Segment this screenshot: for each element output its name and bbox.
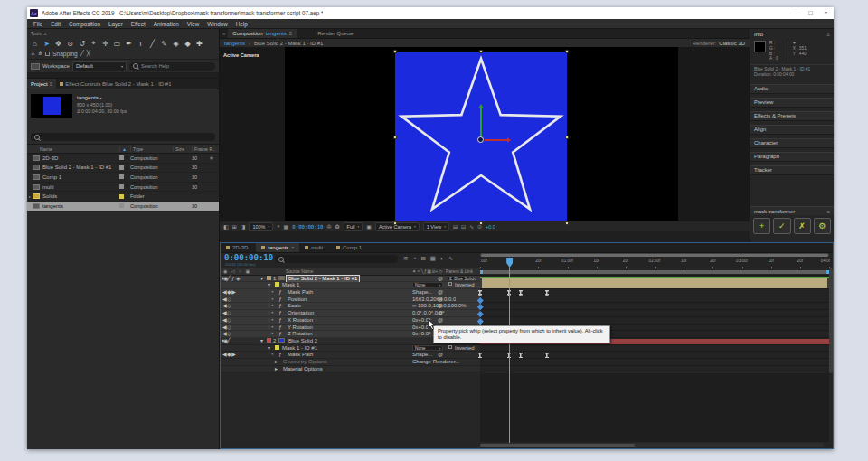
keyframe-icon[interactable] bbox=[507, 290, 511, 296]
stopwatch-icon[interactable]: ◔ bbox=[270, 289, 274, 296]
column-size[interactable]: Size bbox=[173, 146, 192, 152]
expression-icon[interactable]: ƒ bbox=[278, 325, 281, 332]
keyframe-navigator[interactable]: ◀◇ bbox=[222, 310, 231, 317]
tool-icon[interactable]: ✚ bbox=[194, 40, 204, 48]
axis-mode-icons[interactable]: ⋏⋔ bbox=[31, 50, 42, 57]
mask-transformer-header[interactable]: mask transformer ≡ bbox=[750, 206, 834, 215]
property-name[interactable]: Position bbox=[288, 296, 307, 304]
viewer-timecode[interactable]: 0:00:00:10 bbox=[292, 224, 323, 230]
camera-select[interactable]: Active Camera▾ bbox=[375, 222, 420, 231]
tool-icon[interactable]: ⊙ bbox=[65, 40, 75, 48]
tool-icon[interactable]: ◆ bbox=[183, 40, 193, 48]
label-color-swatch[interactable] bbox=[119, 174, 130, 179]
magnification-select[interactable]: 100%▾ bbox=[249, 222, 273, 231]
panel-menu-icon[interactable]: ≡ bbox=[289, 31, 293, 36]
viewer-tool-icon[interactable]: ◨ bbox=[241, 223, 246, 230]
workspace-select[interactable]: Default▾ bbox=[72, 61, 127, 71]
selection-handle[interactable] bbox=[393, 221, 397, 225]
twirl-icon[interactable]: ▾ bbox=[268, 345, 270, 353]
collapsed-panel-tab[interactable]: Preview bbox=[750, 98, 834, 108]
axis-mode-icon[interactable]: ⋏ bbox=[31, 50, 35, 57]
twirl-icon[interactable]: ▸ bbox=[275, 366, 278, 373]
tool-icon[interactable]: ✒ bbox=[124, 40, 134, 48]
stopwatch-icon[interactable]: ◔ bbox=[270, 303, 274, 310]
expression-icon[interactable]: ƒ bbox=[278, 331, 281, 338]
tool-icon[interactable]: ⌂ bbox=[30, 40, 40, 48]
property-value[interactable]: 1663.0,2064.0,0.0 bbox=[412, 296, 456, 304]
menu-item[interactable]: Layer bbox=[108, 21, 123, 27]
composition-viewer[interactable]: Active Camera bbox=[220, 47, 750, 231]
keyframe-icon[interactable] bbox=[507, 353, 511, 358]
collapsed-panel-tab[interactable]: Tracker bbox=[750, 165, 834, 175]
tab-composition[interactable]: Composition tangents ≡ bbox=[228, 29, 297, 38]
viewer-tool-icon[interactable]: ⌖ bbox=[277, 223, 279, 230]
composition-canvas[interactable] bbox=[285, 47, 678, 231]
script-button[interactable]: + bbox=[753, 218, 770, 234]
viewer-tool-icon[interactable]: ∿ bbox=[469, 223, 474, 230]
label-color-swatch[interactable] bbox=[119, 165, 130, 170]
keyframe-navigator[interactable]: ◀◆▶ bbox=[222, 352, 236, 359]
pick-whip-icon[interactable]: @ bbox=[438, 289, 443, 296]
keyframe-icon[interactable] bbox=[545, 353, 549, 358]
twirl-icon[interactable]: ▾ bbox=[268, 282, 270, 289]
keyframe-navigator[interactable]: ◀◆▶ bbox=[222, 289, 236, 296]
view-layout-select[interactable]: 1 View▾ bbox=[423, 222, 449, 231]
horizontal-scrollbar[interactable] bbox=[480, 443, 824, 447]
keyframe-icon[interactable] bbox=[478, 353, 482, 358]
selection-handle[interactable] bbox=[393, 136, 397, 139]
timeline-tab[interactable]: tangents ≡ bbox=[256, 243, 299, 252]
property-name[interactable]: Mask Path bbox=[288, 352, 313, 359]
preview-comp-name[interactable]: tangents ▾ bbox=[77, 94, 127, 102]
project-search[interactable] bbox=[31, 133, 215, 141]
tab-render-queue[interactable]: Render Queue bbox=[313, 29, 357, 38]
label-color-swatch[interactable] bbox=[119, 184, 130, 189]
column-source-name[interactable]: Source Name bbox=[286, 268, 314, 276]
property-name[interactable]: Y Rotation bbox=[288, 325, 313, 332]
selection-handle[interactable] bbox=[565, 136, 569, 139]
timeline-toolbar-icon[interactable]: ≋ bbox=[403, 255, 408, 262]
tool-icon[interactable]: ➤ bbox=[42, 40, 52, 48]
timeline-toolbar-icon[interactable]: ∿ bbox=[448, 255, 453, 262]
property-name[interactable]: Mask Path bbox=[288, 289, 313, 296]
label-color-swatch[interactable] bbox=[119, 155, 130, 160]
vertical-scrollbar[interactable] bbox=[829, 268, 833, 373]
menu-item[interactable]: Animation bbox=[154, 21, 179, 27]
close-button[interactable]: × bbox=[818, 7, 834, 19]
stopwatch-icon[interactable]: ◔ bbox=[270, 325, 274, 332]
keyframe-navigator[interactable]: ◀◇ bbox=[222, 317, 231, 325]
selection-handle[interactable] bbox=[479, 221, 483, 225]
menu-item[interactable]: Help bbox=[236, 21, 248, 27]
pick-whip-icon[interactable]: @ bbox=[438, 317, 443, 325]
keyframe-navigator[interactable]: ◀◇ bbox=[222, 296, 231, 304]
layer-switches[interactable]: ✦ ╱ bbox=[221, 338, 230, 345]
twirl-icon[interactable]: ▸ bbox=[275, 359, 278, 366]
tool-icon[interactable]: ▭ bbox=[112, 40, 122, 48]
tab-effect-controls[interactable]: Effect Controls Blue Solid 2 - Mask 1 - … bbox=[56, 79, 175, 89]
panel-menu-icon[interactable]: ≡ bbox=[44, 31, 47, 38]
chevron-icon[interactable]: » bbox=[220, 29, 228, 38]
snapping-checkbox[interactable] bbox=[45, 52, 50, 56]
timeline-toolbar-icon[interactable]: ⊟ bbox=[420, 255, 425, 262]
expression-icon[interactable]: ƒ bbox=[278, 352, 281, 359]
column-type[interactable]: Type bbox=[130, 146, 173, 152]
maximize-button[interactable]: □ bbox=[803, 7, 818, 19]
collapsed-panel-tab[interactable]: Character bbox=[750, 138, 834, 148]
label-color-swatch[interactable] bbox=[267, 276, 271, 280]
label-color-swatch[interactable] bbox=[119, 203, 130, 208]
pick-whip-icon[interactable]: @ bbox=[438, 303, 443, 310]
twirl-icon[interactable]: ▾ bbox=[260, 338, 263, 345]
blue-solid-layer[interactable] bbox=[395, 52, 567, 223]
tool-icon[interactable]: ◈ bbox=[171, 40, 181, 48]
keyframe-icon[interactable] bbox=[519, 353, 523, 358]
timeline-tab[interactable]: 2D-3D bbox=[221, 243, 256, 252]
layer-name[interactable]: Blue Solid 2 - Mask 1 - ID #1 bbox=[287, 276, 359, 283]
keyframe-icon[interactable] bbox=[519, 290, 523, 296]
panel-menu-icon[interactable]: ≡ bbox=[826, 32, 830, 37]
mask-name[interactable]: Mask 1 - ID #1 bbox=[282, 345, 317, 353]
selection-handle[interactable] bbox=[565, 50, 569, 53]
tab-project[interactable]: Project ≡ bbox=[27, 79, 56, 89]
twirl-icon[interactable]: ▾ bbox=[260, 276, 263, 283]
tool-icon[interactable]: ✎ bbox=[159, 40, 169, 48]
script-button[interactable]: ⚙ bbox=[814, 218, 831, 234]
y-axis-gizmo[interactable] bbox=[480, 106, 482, 140]
